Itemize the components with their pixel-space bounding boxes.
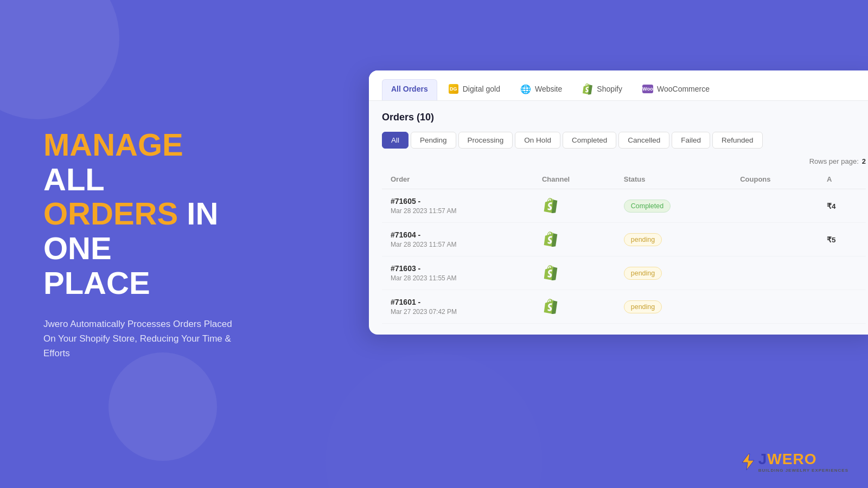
- order-coupons: [731, 223, 818, 256]
- logo-wero: WERO: [767, 451, 816, 468]
- order-channel: [533, 290, 615, 324]
- order-channel: [533, 189, 615, 223]
- hero-panel: MANAGE ALL ORDERS IN ONE PLACE Jwero Aut…: [0, 0, 288, 488]
- status-badge: pending: [624, 300, 662, 313]
- tab-all-orders[interactable]: All Orders: [382, 79, 437, 100]
- status-tab-processing[interactable]: Processing: [458, 132, 513, 149]
- logo-tagline: BUILDING JEWELRY EXPERIENCES: [758, 468, 848, 473]
- status-badge: pending: [624, 233, 662, 246]
- shopify-channel-icon: [542, 230, 559, 248]
- tab-woocommerce-label: WooCommerce: [657, 85, 710, 93]
- orders-section: Orders (10) All Pending Processing On Ho…: [369, 101, 868, 335]
- tab-woocommerce[interactable]: Woo WooCommerce: [634, 79, 719, 100]
- order-id: #71603 -: [391, 264, 525, 273]
- order-amount: ₹5: [818, 223, 866, 256]
- source-tabs-bar: All Orders DG Digital gold 🌐 Website Sho…: [369, 70, 868, 101]
- table-controls: Rows per page: 2: [382, 157, 866, 165]
- tab-digital-gold-label: Digital gold: [463, 85, 500, 93]
- logo-bolt-icon: [740, 453, 755, 471]
- order-amount: ₹4: [818, 189, 866, 223]
- orders-title: Orders (10): [382, 112, 866, 123]
- order-date: Mar 28 2023 11:55 AM: [391, 274, 525, 282]
- digital-gold-icon: DG: [449, 84, 458, 94]
- order-date: Mar 28 2023 11:57 AM: [391, 207, 525, 215]
- order-id: #71604 -: [391, 230, 525, 239]
- shopify-icon: [583, 84, 592, 94]
- hero-title: MANAGE ALL ORDERS IN ONE PLACE: [43, 127, 244, 300]
- globe-icon: 🌐: [521, 84, 531, 94]
- order-channel: [533, 223, 615, 256]
- shopify-channel-icon: [542, 197, 559, 214]
- tab-shopify-label: Shopify: [597, 85, 622, 93]
- shopify-channel-icon: [542, 264, 559, 281]
- order-coupons: [731, 189, 818, 223]
- tab-digital-gold[interactable]: DG Digital gold: [439, 79, 509, 100]
- order-channel: [533, 256, 615, 290]
- status-tab-pending[interactable]: Pending: [411, 132, 456, 149]
- status-badge: Completed: [624, 200, 671, 213]
- status-tab-on-hold[interactable]: On Hold: [515, 132, 560, 149]
- table-row[interactable]: #71603 - Mar 28 2023 11:55 AM pending: [382, 256, 866, 290]
- status-tab-all[interactable]: All: [382, 132, 409, 149]
- order-amount: [818, 290, 866, 324]
- dashboard-card: All Orders DG Digital gold 🌐 Website Sho…: [369, 70, 868, 335]
- shopify-channel-icon: [542, 298, 559, 315]
- table-row[interactable]: #71605 - Mar 28 2023 11:57 AM Completed₹…: [382, 189, 866, 223]
- status-tab-completed[interactable]: Completed: [563, 132, 616, 149]
- rows-per-page-label: Rows per page:: [809, 157, 859, 165]
- table-row[interactable]: #71604 - Mar 28 2023 11:57 AM pending₹5: [382, 223, 866, 256]
- table-row[interactable]: #71601 - Mar 27 2023 07:42 PM pending: [382, 290, 866, 324]
- order-date: Mar 28 2023 11:57 AM: [391, 241, 525, 248]
- status-tab-refunded[interactable]: Refunded: [712, 132, 763, 149]
- logo-icon: [740, 453, 755, 471]
- hero-title-orders: ORDERS: [43, 196, 178, 231]
- order-status: Completed: [615, 189, 731, 223]
- orders-table: Order Channel Status Coupons A #71605 - …: [382, 170, 866, 324]
- logo: J WERO BUILDING JEWELRY EXPERIENCES: [740, 451, 848, 473]
- hero-title-manage: MANAGE: [43, 127, 183, 162]
- order-amount: [818, 256, 866, 290]
- bg-decoration-3: [326, 352, 542, 488]
- order-status: pending: [615, 223, 731, 256]
- rows-per-page-value: 2: [862, 157, 866, 165]
- status-tab-cancelled[interactable]: Cancelled: [618, 132, 669, 149]
- tab-shopify[interactable]: Shopify: [573, 79, 631, 100]
- col-header-channel: Channel: [533, 170, 615, 189]
- hero-title-all: ALL: [43, 162, 105, 197]
- order-status: pending: [615, 290, 731, 324]
- order-coupons: [731, 256, 818, 290]
- col-header-status: Status: [615, 170, 731, 189]
- tab-all-orders-label: All Orders: [391, 85, 428, 93]
- col-header-amount: A: [818, 170, 866, 189]
- logo-text-area: J WERO BUILDING JEWELRY EXPERIENCES: [758, 451, 848, 473]
- hero-subtitle: Jwero Automatically Processes Orders Pla…: [43, 317, 244, 361]
- status-badge: pending: [624, 267, 662, 280]
- logo-j: J: [758, 451, 768, 468]
- order-date: Mar 27 2023 07:42 PM: [391, 308, 525, 316]
- woocommerce-icon: Woo: [643, 84, 653, 94]
- hero-title-place: PLACE: [43, 265, 150, 300]
- status-tabs-bar: All Pending Processing On Hold Completed…: [382, 132, 866, 149]
- tab-website-label: Website: [535, 85, 562, 93]
- status-tab-failed[interactable]: Failed: [672, 132, 710, 149]
- order-id: #71601 -: [391, 298, 525, 306]
- col-header-order: Order: [382, 170, 533, 189]
- order-status: pending: [615, 256, 731, 290]
- tab-website[interactable]: 🌐 Website: [512, 79, 571, 100]
- order-coupons: [731, 290, 818, 324]
- order-id: #71605 -: [391, 197, 525, 206]
- col-header-coupons: Coupons: [731, 170, 818, 189]
